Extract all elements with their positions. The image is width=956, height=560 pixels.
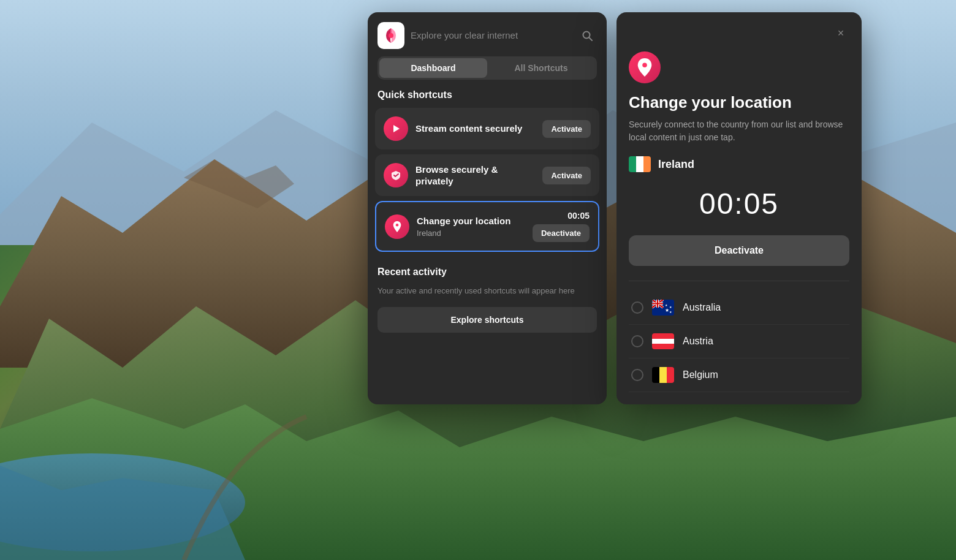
svg-marker-13 bbox=[393, 125, 400, 132]
browse-title: Browse securely & privately bbox=[415, 164, 535, 187]
recent-activity-title: Recent activity bbox=[377, 267, 597, 278]
location-timer: 00:05 bbox=[567, 211, 590, 221]
shortcut-card-browse: Browse securely & privately Activate bbox=[375, 154, 599, 196]
location-panel-deactivate-button[interactable]: Deactivate bbox=[629, 235, 849, 266]
austria-flag-white bbox=[652, 339, 674, 344]
belgium-flag-black bbox=[652, 367, 659, 383]
location-title: Change your location bbox=[417, 215, 525, 227]
country-item-australia[interactable]: ★ ★ ★ ★ Australia bbox=[629, 291, 849, 325]
browse-card-content: Browse securely & privately bbox=[415, 164, 535, 187]
stream-activate-button[interactable]: Activate bbox=[542, 120, 591, 138]
svg-point-15 bbox=[642, 63, 647, 68]
location-panel-heading: Change your location bbox=[629, 93, 849, 112]
search-placeholder: Explore your clear internet bbox=[411, 30, 518, 40]
recent-activity-section: Recent activity Your active and recently… bbox=[368, 257, 607, 345]
shield-icon bbox=[390, 170, 401, 181]
austria-flag-red1 bbox=[652, 333, 674, 339]
location-card-right: 00:05 Deactivate bbox=[533, 211, 590, 242]
ireland-flag-green bbox=[629, 156, 636, 172]
browse-activate-button[interactable]: Activate bbox=[542, 167, 591, 184]
austria-radio[interactable] bbox=[631, 335, 643, 347]
stream-card-right: Activate bbox=[542, 120, 591, 138]
panel-header: Explore your clear internet bbox=[368, 12, 607, 56]
logo-svg bbox=[381, 26, 401, 45]
tab-dashboard[interactable]: Dashboard bbox=[379, 58, 487, 78]
search-button[interactable] bbox=[577, 26, 597, 45]
location-deactivate-button[interactable]: Deactivate bbox=[533, 224, 590, 242]
recent-empty-text: Your active and recently used shortcuts … bbox=[377, 285, 597, 297]
location-panel-icon bbox=[629, 51, 661, 83]
browse-card-right: Activate bbox=[542, 167, 591, 184]
location-subtitle: Ireland bbox=[417, 229, 525, 238]
location-panel: × Change your location Securely connect … bbox=[616, 12, 862, 404]
svg-point-10 bbox=[389, 33, 393, 38]
belgium-name: Belgium bbox=[683, 369, 718, 380]
tab-all-shortcuts[interactable]: All Shortcuts bbox=[487, 58, 595, 78]
pin-icon bbox=[392, 221, 402, 232]
austria-flag-red2 bbox=[652, 344, 674, 349]
svg-line-12 bbox=[589, 37, 592, 40]
australia-radio[interactable] bbox=[631, 301, 643, 314]
austria-flag bbox=[652, 333, 674, 349]
location-icon-circle bbox=[385, 214, 409, 239]
browse-icon-circle bbox=[384, 163, 408, 187]
australia-flag-svg: ★ ★ ★ ★ bbox=[652, 300, 674, 316]
australia-flag: ★ ★ ★ ★ bbox=[652, 300, 674, 316]
explore-shortcuts-button[interactable]: Explore shortcuts bbox=[377, 307, 597, 333]
stream-title: Stream content securely bbox=[415, 123, 535, 135]
tabs-row: Dashboard All Shortcuts bbox=[377, 56, 597, 80]
stream-card-content: Stream content securely bbox=[415, 123, 535, 135]
location-panel-description: Securely connect to the country from our… bbox=[629, 118, 849, 144]
belgium-flag-yellow bbox=[659, 367, 667, 383]
search-area: Explore your clear internet bbox=[411, 30, 571, 41]
active-country-name: Ireland bbox=[658, 158, 694, 171]
active-country-row: Ireland bbox=[629, 156, 849, 172]
country-item-belgium[interactable]: Belgium bbox=[629, 358, 849, 392]
location-card-content: Change your location Ireland bbox=[417, 215, 525, 238]
stream-icon-circle bbox=[384, 116, 408, 141]
location-panel-timer: 00:05 bbox=[629, 187, 849, 221]
australia-name: Australia bbox=[683, 302, 721, 313]
ireland-flag-orange bbox=[643, 156, 651, 172]
belgium-flag bbox=[652, 367, 674, 383]
dashboard-panel: Explore your clear internet Dashboard Al… bbox=[368, 12, 607, 404]
ireland-flag bbox=[629, 156, 651, 172]
divider bbox=[629, 281, 849, 281]
belgium-radio[interactable] bbox=[631, 369, 643, 381]
close-button[interactable]: × bbox=[832, 25, 849, 42]
app-logo bbox=[377, 22, 404, 49]
ireland-flag-white bbox=[636, 156, 643, 172]
close-button-row: × bbox=[629, 25, 849, 42]
shortcut-card-location: Change your location Ireland 00:05 Deact… bbox=[375, 201, 599, 252]
svg-point-14 bbox=[396, 224, 399, 227]
search-icon bbox=[582, 30, 593, 41]
shortcut-card-stream: Stream content securely Activate bbox=[375, 108, 599, 149]
austria-name: Austria bbox=[683, 336, 713, 347]
panels-container: Explore your clear internet Dashboard Al… bbox=[368, 12, 862, 404]
belgium-flag-red bbox=[667, 367, 674, 383]
svg-text:★: ★ bbox=[665, 308, 669, 313]
play-icon bbox=[391, 124, 401, 134]
quick-shortcuts-title: Quick shortcuts bbox=[368, 89, 607, 108]
country-item-austria[interactable]: Austria bbox=[629, 325, 849, 358]
location-panel-pin-icon bbox=[637, 58, 653, 77]
